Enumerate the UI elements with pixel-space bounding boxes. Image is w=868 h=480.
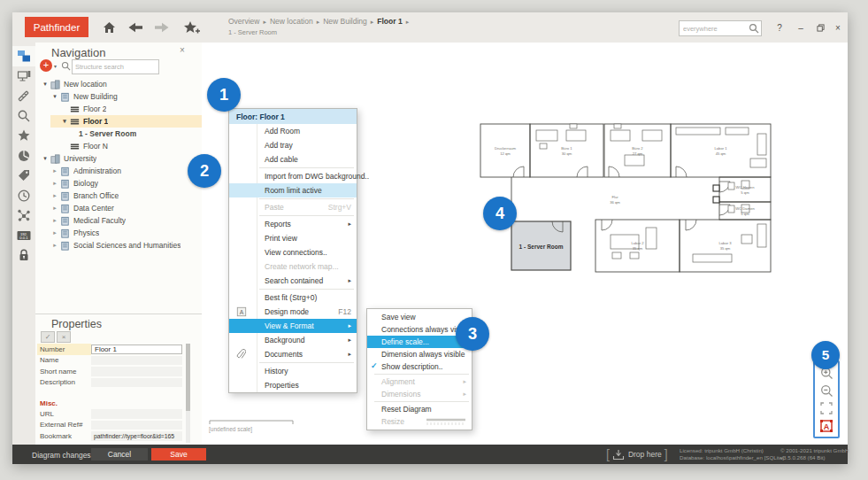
expander-closed-icon[interactable]: ▸: [50, 229, 59, 236]
menu-item-print-view[interactable]: Print view: [229, 231, 357, 245]
expander-closed-icon[interactable]: ▸: [50, 192, 59, 199]
tree-item-physics[interactable]: ▸Physics: [35, 227, 202, 239]
tree-item-new-building[interactable]: ▾New Building: [35, 90, 202, 103]
sidebar-search-icon[interactable]: [12, 106, 35, 127]
expander-closed-icon[interactable]: ▸: [50, 242, 59, 249]
menu-item-add-tray[interactable]: Add tray: [229, 138, 357, 152]
close-button[interactable]: ×: [831, 22, 845, 35]
menu-item-add-room[interactable]: Add Room: [229, 124, 357, 138]
tree-item-biology[interactable]: ▸Biology: [35, 177, 202, 190]
structure-search-input[interactable]: [72, 59, 159, 74]
discard-properties-icon[interactable]: ×: [57, 331, 71, 343]
breadcrumb-item[interactable]: New location: [270, 17, 313, 26]
sidebar-tools-icon[interactable]: [12, 86, 35, 106]
tree-item-social-sciences-and-humanities[interactable]: ▸Social Sciences and Humanities: [35, 239, 202, 252]
tree-item-floor-n[interactable]: Floor N: [35, 140, 202, 152]
design-mode-icon[interactable]: A: [818, 418, 834, 434]
menu-item-best-fit-strg-0-[interactable]: Best fit (Strg+0): [229, 290, 357, 305]
property-value[interactable]: Floor 1: [91, 345, 182, 354]
menu-item-history[interactable]: History: [229, 364, 357, 378]
sidebar-topology-icon[interactable]: [12, 205, 35, 226]
property-value[interactable]: pathfinder://type=floor&id=165: [91, 431, 182, 441]
tree-item-1-server-room[interactable]: 1 - Server Room: [35, 128, 202, 140]
properties-scrollbar[interactable]: [186, 344, 190, 443]
add-favorite-icon[interactable]: [182, 19, 202, 35]
home-icon[interactable]: [99, 19, 119, 35]
menu-item-design-mode[interactable]: ADesign modeF12: [229, 305, 357, 319]
app-menu-button[interactable]: Pathfinder: [25, 17, 88, 37]
tree-item-medical-faculty[interactable]: ▸Medical Faculty: [35, 214, 202, 227]
breadcrumb-item[interactable]: Overview: [228, 17, 259, 26]
restore-button[interactable]: [813, 22, 827, 35]
forward-arrow-icon[interactable]: [152, 19, 172, 35]
save-button[interactable]: Save: [151, 448, 206, 461]
menu-item-reports[interactable]: Reports▸: [229, 217, 357, 231]
expander-open-icon[interactable]: ▾: [41, 81, 50, 88]
property-value[interactable]: [91, 409, 182, 419]
callout-1: 1: [207, 78, 241, 112]
add-node-button[interactable]: +: [40, 59, 52, 72]
sidebar-navigation-icon[interactable]: [12, 46, 35, 66]
property-value[interactable]: [91, 367, 182, 376]
help-button[interactable]: ?: [772, 22, 787, 35]
chevron-down-icon[interactable]: ▾: [54, 63, 57, 69]
tree-item-branch-office[interactable]: ▸Branch Office: [35, 190, 202, 202]
sidebar-lock-icon[interactable]: [12, 245, 35, 266]
menu-item-shortcut: Strg+V: [328, 203, 351, 212]
cancel-button[interactable]: Cancel: [91, 448, 148, 461]
menu-item-label: Print view: [265, 234, 351, 243]
breadcrumb-item[interactable]: New Building: [323, 17, 367, 26]
menu-item-save-view[interactable]: Save view: [367, 311, 472, 323]
property-value[interactable]: [91, 421, 182, 430]
sidebar-tags-icon[interactable]: [12, 166, 35, 186]
zoom-out-icon[interactable]: [818, 383, 834, 399]
sidebar-devices-icon[interactable]: [12, 66, 35, 87]
sidebar-statistics-icon[interactable]: [12, 146, 35, 166]
tree-item-data-center[interactable]: ▸Data Center: [35, 202, 202, 214]
menu-item-view-format[interactable]: View & Format▸: [229, 319, 357, 333]
furniture: [570, 124, 577, 128]
menu-item-add-cable[interactable]: Add cable: [229, 152, 357, 166]
expander-closed-icon[interactable]: ▸: [50, 205, 59, 212]
menu-item-search-contained[interactable]: Search contained▸: [229, 274, 357, 288]
menu-item-properties[interactable]: Properties: [229, 378, 357, 392]
menu-item-import-from-dwg-background-[interactable]: Import from DWG background..: [229, 169, 357, 183]
fit-view-icon[interactable]: [818, 400, 834, 416]
tree-item-university[interactable]: ▾University: [35, 152, 202, 165]
floor-plan-drawing[interactable]: Druckerraum12 qmBüro 130 qmBüro 227 qmLa…: [478, 120, 779, 279]
property-label: Bookmark: [37, 430, 91, 442]
expander-open-icon[interactable]: ▾: [41, 155, 50, 162]
tree-item-floor-1[interactable]: ▾Floor 1: [50, 115, 202, 128]
tree-item-administration[interactable]: ▸Administration: [35, 165, 202, 177]
minimize-button[interactable]: –: [794, 22, 808, 35]
breadcrumb-item[interactable]: Floor 1: [377, 17, 402, 26]
expander-closed-icon[interactable]: ▸: [50, 217, 59, 224]
apply-properties-icon[interactable]: ✓: [41, 331, 55, 343]
expander-open-icon[interactable]: ▾: [60, 118, 69, 125]
expander-closed-icon[interactable]: ▸: [50, 167, 59, 174]
tree-item-floor-2[interactable]: Floor 2: [35, 103, 202, 115]
menu-item-documents[interactable]: Documents▸: [229, 347, 357, 361]
menu-item-show-description-[interactable]: ✓Show description..: [367, 360, 472, 373]
drop-here-target[interactable]: [ Drop here ]: [603, 447, 671, 461]
menu-item-room-limit-active[interactable]: Room limit active: [229, 183, 357, 197]
property-value[interactable]: [91, 356, 182, 366]
sidebar-ip-address-icon[interactable]: 192.0.0.1: [12, 226, 35, 246]
expander-open-icon[interactable]: ▾: [50, 93, 59, 100]
sidebar-favorites-icon[interactable]: [12, 126, 35, 146]
submenu-arrow-icon: ▸: [348, 351, 351, 358]
back-arrow-icon[interactable]: [126, 19, 145, 35]
property-value[interactable]: [91, 378, 182, 388]
menu-item-background[interactable]: Background▸: [229, 333, 357, 347]
tree-item-new-location[interactable]: ▾New location: [35, 78, 202, 90]
expander-closed-icon[interactable]: ▸: [50, 180, 59, 187]
menu-item-reset-diagram[interactable]: Reset Diagram: [367, 403, 472, 415]
building-icon: [59, 178, 71, 189]
panel-close-icon[interactable]: ×: [180, 45, 185, 55]
sidebar-history-icon[interactable]: [12, 186, 35, 206]
global-search-input[interactable]: [680, 24, 749, 34]
search-icon[interactable]: [749, 23, 759, 34]
breadcrumb-separator: ▸: [317, 19, 320, 25]
menu-item-dimension-always-visible[interactable]: Dimension always visible: [367, 348, 472, 360]
menu-item-view-connections-[interactable]: View connections..: [229, 245, 357, 259]
